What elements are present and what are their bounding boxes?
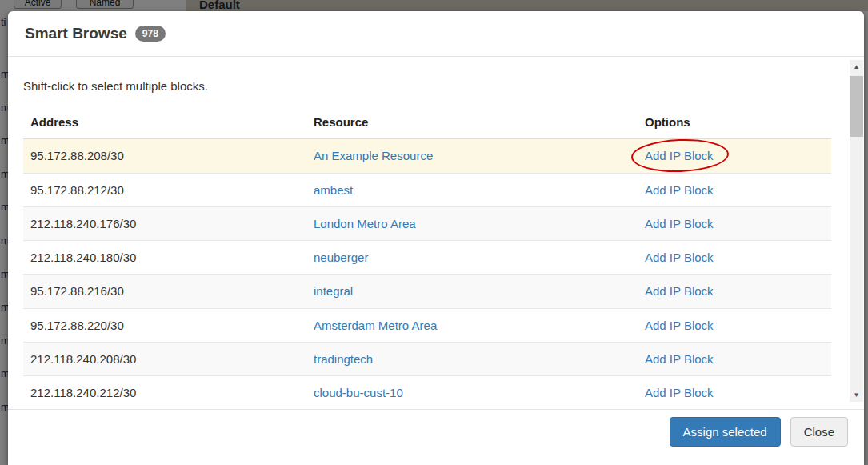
modal-body: Shift-click to select multiple blocks. A… bbox=[8, 57, 864, 409]
add-ip-block-link[interactable]: Add IP Block bbox=[645, 352, 714, 366]
options-cell: Add IP Block bbox=[638, 275, 831, 308]
table-row[interactable]: 95.172.88.216/30integralAdd IP Block bbox=[23, 275, 831, 308]
address-cell: 95.172.88.212/30 bbox=[23, 173, 306, 206]
table-row[interactable]: 95.172.88.208/30An Example ResourceAdd I… bbox=[23, 139, 831, 173]
table-row[interactable]: 95.172.88.220/30Amsterdam Metro AreaAdd … bbox=[23, 308, 831, 342]
resource-cell: cloud-bu-cust-10 bbox=[306, 376, 638, 410]
modal-footer: Assign selected Close bbox=[8, 409, 864, 465]
table-row[interactable]: 95.172.88.212/30ambestAdd IP Block bbox=[23, 173, 831, 206]
options-cell: Add IP Block bbox=[638, 206, 831, 240]
table-row[interactable]: 212.118.240.212/30cloud-bu-cust-10Add IP… bbox=[23, 376, 831, 410]
resource-cell: neuberger bbox=[306, 241, 638, 275]
smart-browse-modal: Smart Browse 978 Shift-click to select m… bbox=[8, 11, 864, 465]
table-row[interactable]: 212.118.240.176/30London Metro AreaAdd I… bbox=[23, 206, 831, 240]
resource-cell: Amsterdam Metro Area bbox=[306, 308, 638, 342]
scrollbar-thumb[interactable] bbox=[850, 76, 863, 137]
table-body: 95.172.88.208/30An Example ResourceAdd I… bbox=[23, 139, 831, 410]
column-header-options: Options bbox=[638, 106, 831, 139]
resource-cell: ambest bbox=[306, 173, 638, 206]
options-cell: Add IP Block bbox=[638, 376, 831, 410]
resource-link[interactable]: London Metro Area bbox=[314, 217, 416, 230]
address-cell: 212.118.240.212/30 bbox=[23, 376, 306, 410]
resource-cell: An Example Resource bbox=[306, 139, 638, 173]
add-ip-block-link[interactable]: Add IP Block bbox=[645, 319, 714, 332]
address-cell: 95.172.88.220/30 bbox=[23, 308, 306, 342]
modal-scrollbar[interactable]: ▲ ▼ bbox=[850, 60, 863, 402]
table-header-row: Address Resource Options bbox=[23, 106, 831, 139]
count-badge: 978 bbox=[135, 26, 166, 42]
add-ip-block-link[interactable]: Add IP Block bbox=[645, 284, 714, 298]
resource-link[interactable]: neuberger bbox=[314, 251, 368, 264]
table-row[interactable]: 212.118.240.208/30tradingtechAdd IP Bloc… bbox=[23, 342, 831, 375]
resource-cell: London Metro Area bbox=[306, 206, 638, 240]
add-ip-block-link[interactable]: Add IP Block bbox=[645, 251, 714, 264]
blocks-table: Address Resource Options 95.172.88.208/3… bbox=[23, 106, 831, 409]
address-cell: 95.172.88.208/30 bbox=[23, 139, 306, 173]
resource-link[interactable]: An Example Resource bbox=[314, 149, 433, 162]
options-cell: Add IP Block bbox=[638, 308, 831, 342]
add-ip-block-link[interactable]: Add IP Block bbox=[645, 149, 714, 162]
resource-link[interactable]: integral bbox=[314, 284, 353, 298]
modal-header: Smart Browse 978 bbox=[8, 11, 864, 57]
add-ip-block-link[interactable]: Add IP Block bbox=[645, 386, 714, 399]
address-cell: 95.172.88.216/30 bbox=[23, 275, 306, 308]
close-button[interactable]: Close bbox=[790, 417, 848, 447]
add-ip-block-link[interactable]: Add IP Block bbox=[645, 183, 714, 197]
address-cell: 212.118.240.180/30 bbox=[23, 241, 306, 275]
options-cell: Add IP Block bbox=[638, 241, 831, 275]
hint-text: Shift-click to select multiple blocks. bbox=[23, 79, 832, 93]
circled-option: Add IP Block bbox=[645, 149, 714, 162]
column-header-address: Address bbox=[23, 106, 306, 139]
address-cell: 212.118.240.176/30 bbox=[23, 206, 306, 240]
assign-selected-button[interactable]: Assign selected bbox=[670, 417, 781, 447]
options-cell: Add IP Block bbox=[638, 173, 831, 206]
resource-link[interactable]: cloud-bu-cust-10 bbox=[314, 386, 403, 399]
resource-cell: integral bbox=[306, 275, 638, 308]
scrollbar-up-arrow-icon[interactable]: ▲ bbox=[850, 60, 863, 74]
resource-cell: tradingtech bbox=[306, 342, 638, 375]
column-header-resource: Resource bbox=[306, 106, 638, 139]
resource-link[interactable]: Amsterdam Metro Area bbox=[314, 319, 437, 332]
options-cell: Add IP Block bbox=[638, 139, 831, 173]
scrollbar-down-arrow-icon[interactable]: ▼ bbox=[850, 388, 863, 402]
resource-link[interactable]: ambest bbox=[314, 183, 353, 197]
options-cell: Add IP Block bbox=[638, 342, 831, 375]
address-cell: 212.118.240.208/30 bbox=[23, 342, 306, 375]
resource-link[interactable]: tradingtech bbox=[314, 352, 373, 366]
modal-title: Smart Browse bbox=[25, 25, 127, 42]
table-row[interactable]: 212.118.240.180/30neubergerAdd IP Block bbox=[23, 241, 831, 275]
add-ip-block-link[interactable]: Add IP Block bbox=[645, 217, 714, 230]
